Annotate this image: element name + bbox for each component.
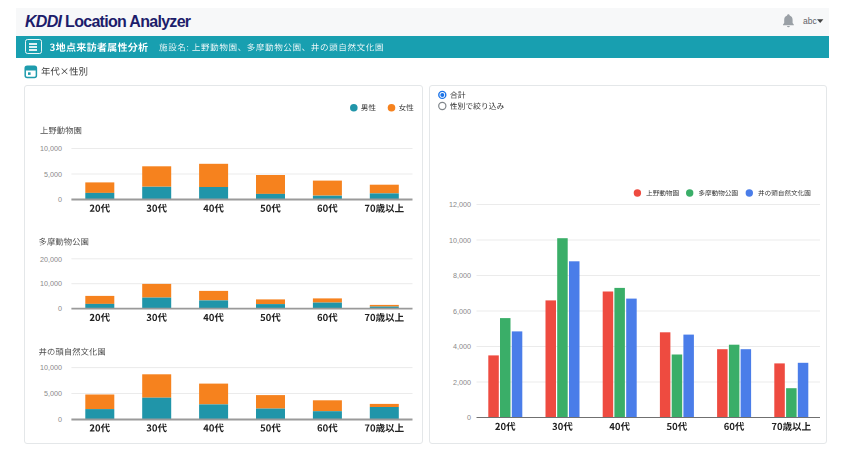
svg-text:10,000: 10,000: [449, 236, 471, 245]
svg-text:10,000: 10,000: [40, 279, 62, 288]
svg-text:10,000: 10,000: [40, 363, 62, 372]
svg-text:12,000: 12,000: [449, 200, 471, 209]
svg-text:0: 0: [467, 413, 471, 422]
svg-text:10,000: 10,000: [40, 144, 62, 153]
svg-text:6,000: 6,000: [453, 307, 471, 316]
svg-text:5,000: 5,000: [44, 170, 62, 179]
svg-text:0: 0: [58, 195, 62, 204]
svg-text:5,000: 5,000: [44, 389, 62, 398]
svg-text:8,000: 8,000: [453, 271, 471, 280]
svg-text:0: 0: [58, 415, 62, 424]
svg-text:0: 0: [58, 304, 62, 313]
svg-text:2,000: 2,000: [453, 378, 471, 387]
svg-text:20,000: 20,000: [40, 255, 62, 264]
svg-text:4,000: 4,000: [453, 342, 471, 351]
